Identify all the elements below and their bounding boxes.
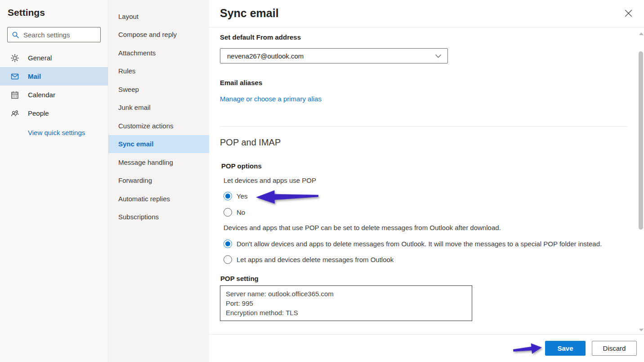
sidebar-item-label: General xyxy=(28,54,52,62)
panel-footer: Save Discard xyxy=(209,334,644,362)
radio-row-allow: Let apps and devices delete messages fro… xyxy=(224,255,627,264)
subnav-item-subscriptions[interactable]: Subscriptions xyxy=(108,208,209,226)
subnav-item-attachments[interactable]: Attachments xyxy=(108,44,209,62)
radio-row-dont-allow: Don't allow devices and apps to delete m… xyxy=(224,240,627,248)
default-from-dropdown[interactable]: nevena267@outlook.com xyxy=(220,48,448,63)
use-pop-label: Let devices and apps use POP xyxy=(224,176,627,184)
panel-header: Sync email xyxy=(209,0,644,27)
radio-yes-label: Yes xyxy=(237,192,247,200)
subnav-item-compose-and-reply[interactable]: Compose and reply xyxy=(108,26,209,44)
subnav-item-message-handling[interactable]: Message handling xyxy=(108,153,209,172)
radio-no[interactable] xyxy=(224,208,232,217)
sidebar-item-label: People xyxy=(28,109,49,117)
section-divider xyxy=(220,126,627,127)
vertical-scrollbar[interactable] xyxy=(638,28,644,334)
settings-nav: General Mail xyxy=(0,49,108,122)
pop-delete-description: Devices and apps that use POP can be set… xyxy=(224,224,627,231)
mail-icon xyxy=(11,72,19,81)
subnav-item-sync-email[interactable]: Sync email xyxy=(108,135,209,154)
radio-dont-allow-label: Don't allow devices and apps to delete m… xyxy=(237,240,602,248)
subnav-item-automatic-replies[interactable]: Automatic replies xyxy=(108,190,209,208)
chevron-down-icon xyxy=(435,54,442,58)
subnav-item-customize-actions[interactable]: Customize actions xyxy=(108,117,209,135)
sync-email-panel: Sync email Set default From address neve… xyxy=(209,0,644,362)
search-settings-box[interactable] xyxy=(7,27,101,42)
pop-port: Port: 995 xyxy=(226,299,466,308)
sidebar-item-label: Mail xyxy=(28,72,41,80)
pop-setting-label: POP setting xyxy=(220,275,627,282)
pop-setting-box: Server name: outlook.office365.com Port:… xyxy=(220,285,472,321)
search-icon xyxy=(12,31,19,39)
radio-allow-label: Let apps and devices delete messages fro… xyxy=(237,256,394,263)
subnav-item-sweep[interactable]: Sweep xyxy=(108,80,209,99)
outlook-settings-dialog: Settings xyxy=(0,0,644,362)
mail-subnav: Layout Compose and reply Attachments Rul… xyxy=(108,0,209,362)
radio-row-yes: Yes xyxy=(224,192,627,200)
subnav-item-junk-email[interactable]: Junk email xyxy=(108,99,209,117)
set-default-from-label: Set default From address xyxy=(220,33,627,41)
radio-yes[interactable] xyxy=(224,192,232,200)
radio-row-no: No xyxy=(224,208,627,217)
manage-alias-link[interactable]: Manage or choose a primary alias xyxy=(220,95,322,103)
gear-icon xyxy=(11,54,19,62)
annotation-arrow-yes xyxy=(255,188,320,206)
pop-encryption: Encryption method: TLS xyxy=(226,308,466,317)
default-from-value: nevena267@outlook.com xyxy=(227,52,304,60)
radio-dont-allow-delete[interactable] xyxy=(224,240,232,248)
sidebar-item-mail[interactable]: Mail xyxy=(0,67,108,86)
panel-content: Set default From address nevena267@outlo… xyxy=(209,28,638,334)
save-button[interactable]: Save xyxy=(545,341,586,356)
close-icon xyxy=(625,9,632,17)
scroll-down-arrow-icon[interactable] xyxy=(639,329,644,331)
sidebar-item-people[interactable]: People xyxy=(0,104,108,122)
pop-and-imap-heading: POP and IMAP xyxy=(220,137,627,148)
discard-button[interactable]: Discard xyxy=(592,341,637,356)
people-icon xyxy=(11,109,19,118)
sidebar-item-general[interactable]: General xyxy=(0,49,108,67)
calendar-icon xyxy=(11,91,19,99)
subnav-item-rules[interactable]: Rules xyxy=(108,62,209,81)
subnav-item-layout[interactable]: Layout xyxy=(108,7,209,26)
sidebar-item-label: Calendar xyxy=(28,91,55,99)
radio-allow-delete[interactable] xyxy=(224,255,232,264)
pop-server-name: Server name: outlook.office365.com xyxy=(226,289,466,299)
scrollbar-thumb[interactable] xyxy=(639,51,643,230)
scroll-up-arrow-icon[interactable] xyxy=(639,32,644,35)
close-button[interactable] xyxy=(625,9,632,17)
sidebar-item-calendar[interactable]: Calendar xyxy=(0,86,108,104)
radio-no-label: No xyxy=(237,208,245,216)
annotation-arrow-save xyxy=(512,341,544,357)
settings-sidebar: Settings xyxy=(0,0,108,362)
pop-options-label: POP options xyxy=(221,162,627,170)
page-title: Sync email xyxy=(220,7,279,20)
email-aliases-label: Email aliases xyxy=(220,79,627,86)
subnav-item-forwarding[interactable]: Forwarding xyxy=(108,172,209,190)
settings-title: Settings xyxy=(0,7,108,18)
view-quick-settings-link[interactable]: View quick settings xyxy=(0,129,108,136)
search-settings-input[interactable] xyxy=(23,31,96,39)
